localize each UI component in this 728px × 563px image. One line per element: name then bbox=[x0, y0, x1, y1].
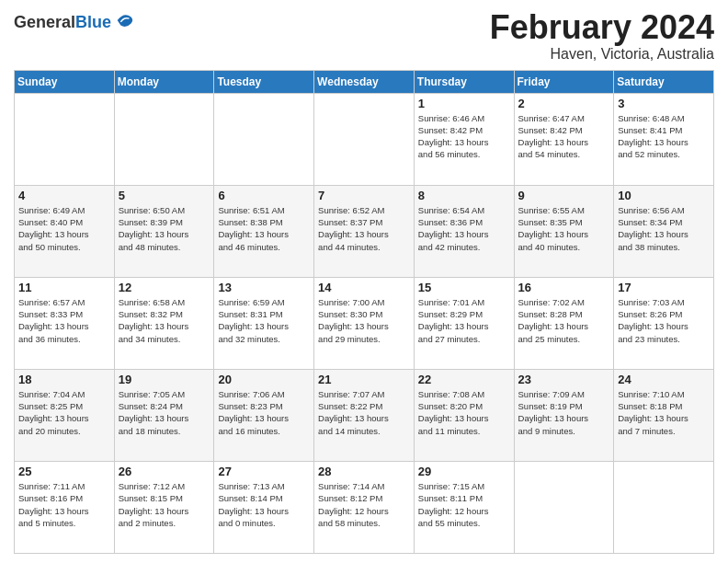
day-info: Sunrise: 6:50 AM Sunset: 8:39 PM Dayligh… bbox=[119, 204, 210, 253]
day-info: Sunrise: 7:05 AM Sunset: 8:24 PM Dayligh… bbox=[119, 388, 210, 437]
location: Haven, Victoria, Australia bbox=[490, 46, 714, 63]
calendar-cell: 8Sunrise: 6:54 AM Sunset: 8:36 PM Daylig… bbox=[414, 185, 514, 277]
title-block: February 2024 Haven, Victoria, Australia bbox=[490, 9, 714, 63]
calendar-day-header: Saturday bbox=[614, 70, 714, 93]
day-info: Sunrise: 7:02 AM Sunset: 8:28 PM Dayligh… bbox=[518, 296, 610, 345]
calendar-cell: 1Sunrise: 6:46 AM Sunset: 8:42 PM Daylig… bbox=[414, 93, 514, 185]
day-number: 28 bbox=[318, 465, 410, 478]
day-number: 16 bbox=[518, 281, 610, 294]
calendar-cell: 9Sunrise: 6:55 AM Sunset: 8:35 PM Daylig… bbox=[514, 185, 614, 277]
day-number: 5 bbox=[119, 189, 210, 202]
day-info: Sunrise: 7:00 AM Sunset: 8:30 PM Dayligh… bbox=[318, 296, 410, 345]
calendar-cell: 10Sunrise: 6:56 AM Sunset: 8:34 PM Dayli… bbox=[614, 185, 714, 277]
day-number: 20 bbox=[218, 373, 310, 386]
day-info: Sunrise: 7:10 AM Sunset: 8:18 PM Dayligh… bbox=[618, 388, 710, 437]
calendar-cell: 4Sunrise: 6:49 AM Sunset: 8:40 PM Daylig… bbox=[15, 185, 115, 277]
day-number: 3 bbox=[618, 97, 710, 110]
calendar-week-row: 11Sunrise: 6:57 AM Sunset: 8:33 PM Dayli… bbox=[15, 277, 714, 369]
calendar-header-row: SundayMondayTuesdayWednesdayThursdayFrid… bbox=[15, 70, 714, 93]
logo-icon bbox=[114, 10, 134, 30]
calendar-day-header: Tuesday bbox=[214, 70, 314, 93]
calendar-cell: 16Sunrise: 7:02 AM Sunset: 8:28 PM Dayli… bbox=[514, 277, 614, 369]
day-number: 26 bbox=[119, 465, 210, 478]
calendar-cell bbox=[114, 93, 214, 185]
day-info: Sunrise: 6:58 AM Sunset: 8:32 PM Dayligh… bbox=[119, 296, 210, 345]
calendar-cell: 14Sunrise: 7:00 AM Sunset: 8:30 PM Dayli… bbox=[314, 277, 415, 369]
calendar-cell bbox=[514, 461, 614, 553]
day-info: Sunrise: 6:48 AM Sunset: 8:41 PM Dayligh… bbox=[618, 112, 710, 161]
calendar-cell: 28Sunrise: 7:14 AM Sunset: 8:12 PM Dayli… bbox=[314, 461, 415, 553]
day-info: Sunrise: 7:13 AM Sunset: 8:14 PM Dayligh… bbox=[218, 480, 310, 529]
day-info: Sunrise: 7:09 AM Sunset: 8:19 PM Dayligh… bbox=[518, 388, 610, 437]
day-number: 12 bbox=[119, 281, 210, 294]
day-info: Sunrise: 6:52 AM Sunset: 8:37 PM Dayligh… bbox=[318, 204, 410, 253]
calendar-cell: 15Sunrise: 7:01 AM Sunset: 8:29 PM Dayli… bbox=[414, 277, 514, 369]
day-info: Sunrise: 6:55 AM Sunset: 8:35 PM Dayligh… bbox=[518, 204, 610, 253]
day-number: 11 bbox=[18, 281, 110, 294]
calendar-cell: 7Sunrise: 6:52 AM Sunset: 8:37 PM Daylig… bbox=[314, 185, 415, 277]
calendar-cell: 24Sunrise: 7:10 AM Sunset: 8:18 PM Dayli… bbox=[614, 369, 714, 461]
day-info: Sunrise: 7:11 AM Sunset: 8:16 PM Dayligh… bbox=[18, 480, 110, 529]
calendar-cell: 27Sunrise: 7:13 AM Sunset: 8:14 PM Dayli… bbox=[214, 461, 314, 553]
day-number: 27 bbox=[218, 465, 310, 478]
calendar-cell bbox=[614, 461, 714, 553]
day-number: 13 bbox=[218, 281, 310, 294]
calendar-table: SundayMondayTuesdayWednesdayThursdayFrid… bbox=[14, 70, 714, 554]
calendar-day-header: Sunday bbox=[15, 70, 115, 93]
calendar-week-row: 25Sunrise: 7:11 AM Sunset: 8:16 PM Dayli… bbox=[15, 461, 714, 553]
day-number: 21 bbox=[318, 373, 410, 386]
calendar-cell: 13Sunrise: 6:59 AM Sunset: 8:31 PM Dayli… bbox=[214, 277, 314, 369]
calendar-cell: 26Sunrise: 7:12 AM Sunset: 8:15 PM Dayli… bbox=[114, 461, 214, 553]
calendar-day-header: Thursday bbox=[414, 70, 514, 93]
day-number: 10 bbox=[618, 189, 710, 202]
calendar-cell: 3Sunrise: 6:48 AM Sunset: 8:41 PM Daylig… bbox=[614, 93, 714, 185]
calendar-cell bbox=[314, 93, 415, 185]
day-info: Sunrise: 6:51 AM Sunset: 8:38 PM Dayligh… bbox=[218, 204, 310, 253]
day-number: 19 bbox=[119, 373, 210, 386]
calendar-day-header: Monday bbox=[114, 70, 214, 93]
calendar-cell: 21Sunrise: 7:07 AM Sunset: 8:22 PM Dayli… bbox=[314, 369, 415, 461]
logo-general: GeneralBlue bbox=[14, 14, 111, 32]
day-info: Sunrise: 7:03 AM Sunset: 8:26 PM Dayligh… bbox=[618, 296, 710, 345]
day-number: 22 bbox=[418, 373, 510, 386]
day-number: 4 bbox=[18, 189, 110, 202]
calendar-day-header: Friday bbox=[514, 70, 614, 93]
day-info: Sunrise: 7:15 AM Sunset: 8:11 PM Dayligh… bbox=[418, 480, 510, 529]
day-number: 1 bbox=[418, 97, 510, 110]
calendar-cell: 17Sunrise: 7:03 AM Sunset: 8:26 PM Dayli… bbox=[614, 277, 714, 369]
logo: GeneralBlue bbox=[14, 14, 134, 32]
day-info: Sunrise: 6:49 AM Sunset: 8:40 PM Dayligh… bbox=[18, 204, 110, 253]
day-number: 7 bbox=[318, 189, 410, 202]
calendar-week-row: 1Sunrise: 6:46 AM Sunset: 8:42 PM Daylig… bbox=[15, 93, 714, 185]
day-info: Sunrise: 6:47 AM Sunset: 8:42 PM Dayligh… bbox=[518, 112, 610, 161]
day-number: 2 bbox=[518, 97, 610, 110]
day-info: Sunrise: 7:08 AM Sunset: 8:20 PM Dayligh… bbox=[418, 388, 510, 437]
calendar-cell: 12Sunrise: 6:58 AM Sunset: 8:32 PM Dayli… bbox=[114, 277, 214, 369]
calendar-cell bbox=[15, 93, 115, 185]
calendar-cell: 6Sunrise: 6:51 AM Sunset: 8:38 PM Daylig… bbox=[214, 185, 314, 277]
day-number: 18 bbox=[18, 373, 110, 386]
day-number: 29 bbox=[418, 465, 510, 478]
day-number: 8 bbox=[418, 189, 510, 202]
calendar-day-header: Wednesday bbox=[314, 70, 415, 93]
calendar-cell bbox=[214, 93, 314, 185]
calendar-cell: 20Sunrise: 7:06 AM Sunset: 8:23 PM Dayli… bbox=[214, 369, 314, 461]
day-info: Sunrise: 7:01 AM Sunset: 8:29 PM Dayligh… bbox=[418, 296, 510, 345]
day-info: Sunrise: 6:57 AM Sunset: 8:33 PM Dayligh… bbox=[18, 296, 110, 345]
day-number: 6 bbox=[218, 189, 310, 202]
calendar-week-row: 4Sunrise: 6:49 AM Sunset: 8:40 PM Daylig… bbox=[15, 185, 714, 277]
calendar-cell: 25Sunrise: 7:11 AM Sunset: 8:16 PM Dayli… bbox=[15, 461, 115, 553]
day-number: 24 bbox=[618, 373, 710, 386]
day-info: Sunrise: 6:59 AM Sunset: 8:31 PM Dayligh… bbox=[218, 296, 310, 345]
calendar-cell: 18Sunrise: 7:04 AM Sunset: 8:25 PM Dayli… bbox=[15, 369, 115, 461]
day-number: 23 bbox=[518, 373, 610, 386]
day-number: 15 bbox=[418, 281, 510, 294]
calendar-cell: 29Sunrise: 7:15 AM Sunset: 8:11 PM Dayli… bbox=[414, 461, 514, 553]
day-number: 17 bbox=[618, 281, 710, 294]
calendar-cell: 11Sunrise: 6:57 AM Sunset: 8:33 PM Dayli… bbox=[15, 277, 115, 369]
header: GeneralBlue February 2024 Haven, Victori… bbox=[14, 9, 714, 63]
day-info: Sunrise: 7:06 AM Sunset: 8:23 PM Dayligh… bbox=[218, 388, 310, 437]
day-info: Sunrise: 7:14 AM Sunset: 8:12 PM Dayligh… bbox=[318, 480, 410, 529]
day-info: Sunrise: 6:56 AM Sunset: 8:34 PM Dayligh… bbox=[618, 204, 710, 253]
day-number: 9 bbox=[518, 189, 610, 202]
